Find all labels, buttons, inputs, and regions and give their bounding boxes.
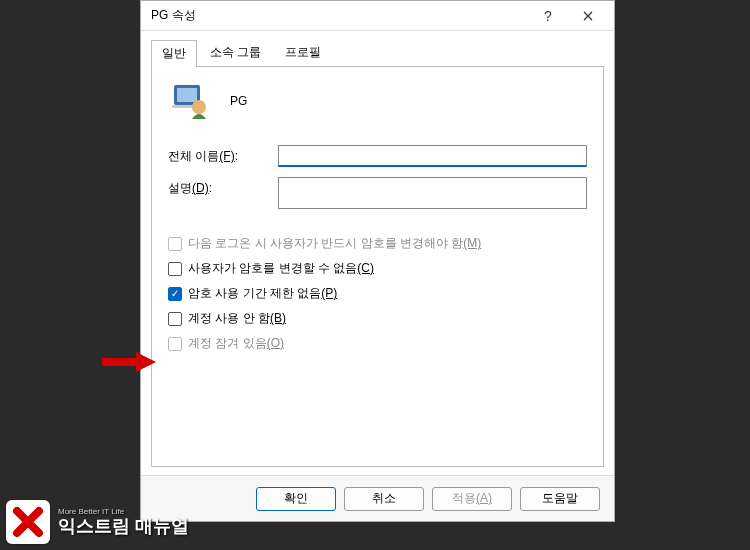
must-change-password-label: 다음 로그온 시 사용자가 반드시 암호를 변경해야 함(M) bbox=[188, 235, 481, 252]
cannot-change-password-checkbox[interactable] bbox=[168, 262, 182, 276]
account-disabled-label: 계정 사용 안 함(B) bbox=[188, 310, 286, 327]
titlebar: PG 속성 ? bbox=[141, 1, 614, 31]
account-disabled-row[interactable]: 계정 사용 안 함(B) bbox=[168, 310, 587, 327]
account-locked-row[interactable]: 계정 잠겨 있음(O) bbox=[168, 335, 587, 352]
tab-content: PG 전체 이름(F): 설명(D): 다음 로그온 시 사용자가 반드시 암호… bbox=[151, 67, 604, 467]
cannot-change-password-label: 사용자가 암호를 변경할 수 없음(C) bbox=[188, 260, 374, 277]
properties-dialog: PG 속성 ? 일반 소속 그룹 프로필 PG 전체 이름(F): bbox=[140, 0, 615, 522]
help-titlebar-button[interactable]: ? bbox=[528, 5, 568, 27]
tab-area: 일반 소속 그룹 프로필 bbox=[141, 31, 614, 67]
never-expires-label: 암호 사용 기간 제한 없음(P) bbox=[188, 285, 337, 302]
tab-general[interactable]: 일반 bbox=[151, 40, 197, 67]
never-expires-checkbox[interactable]: ✓ bbox=[168, 287, 182, 301]
cancel-button[interactable]: 취소 bbox=[344, 487, 424, 511]
cannot-change-password-row[interactable]: 사용자가 암호를 변경할 수 없음(C) bbox=[168, 260, 587, 277]
logo-badge-icon bbox=[6, 500, 50, 544]
user-name: PG bbox=[230, 94, 247, 108]
description-row: 설명(D): bbox=[168, 177, 587, 209]
must-change-password-checkbox[interactable] bbox=[168, 237, 182, 251]
close-button[interactable] bbox=[568, 5, 608, 27]
must-change-password-row[interactable]: 다음 로그온 시 사용자가 반드시 암호를 변경해야 함(M) bbox=[168, 235, 587, 252]
tab-groups[interactable]: 소속 그룹 bbox=[199, 39, 272, 66]
dialog-title: PG 속성 bbox=[151, 7, 528, 24]
logo-text: More Better IT Life 익스트림 매뉴얼 bbox=[58, 508, 189, 537]
never-expires-row[interactable]: ✓ 암호 사용 기간 제한 없음(P) bbox=[168, 285, 587, 302]
svg-rect-1 bbox=[177, 88, 197, 102]
account-locked-label: 계정 잠겨 있음(O) bbox=[188, 335, 284, 352]
button-bar: 확인 취소 적용(A) 도움말 bbox=[141, 475, 614, 521]
full-name-label: 전체 이름(F): bbox=[168, 145, 278, 165]
description-label: 설명(D): bbox=[168, 177, 278, 197]
full-name-row: 전체 이름(F): bbox=[168, 145, 587, 167]
help-button[interactable]: 도움말 bbox=[520, 487, 600, 511]
ok-button[interactable]: 확인 bbox=[256, 487, 336, 511]
user-icon bbox=[168, 81, 212, 121]
account-locked-checkbox[interactable] bbox=[168, 337, 182, 351]
user-header: PG bbox=[168, 81, 587, 121]
apply-button[interactable]: 적용(A) bbox=[432, 487, 512, 511]
full-name-input[interactable] bbox=[278, 145, 587, 167]
tab-strip: 일반 소속 그룹 프로필 bbox=[151, 39, 604, 67]
close-icon bbox=[583, 11, 593, 21]
description-input[interactable] bbox=[278, 177, 587, 209]
tab-profile[interactable]: 프로필 bbox=[274, 39, 332, 66]
account-disabled-checkbox[interactable] bbox=[168, 312, 182, 326]
svg-point-3 bbox=[192, 100, 206, 114]
watermark-logo: More Better IT Life 익스트림 매뉴얼 bbox=[6, 500, 189, 544]
